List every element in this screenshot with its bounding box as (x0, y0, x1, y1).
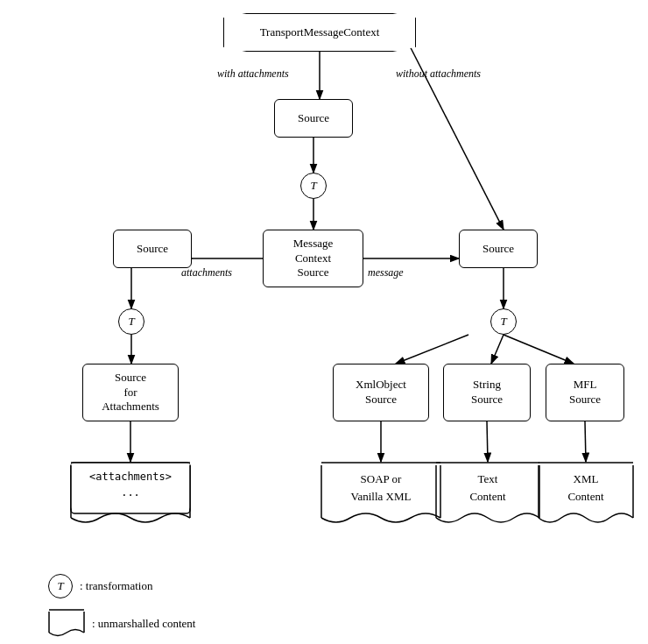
legend-transformation-label: : transformation (80, 579, 152, 593)
svg-line-1 (403, 32, 504, 230)
legend-transformation: T : transformation (48, 574, 152, 598)
node-xml-doc: XMLContent (538, 462, 634, 523)
node-t3: T (490, 308, 517, 335)
node-mcs: MessageContextSource (263, 230, 363, 287)
node-root: TransportMessageContext (223, 13, 416, 52)
legend-doc: : unmarshalled content (48, 609, 195, 639)
svg-line-11 (491, 335, 504, 364)
node-text-doc: TextContent (435, 462, 540, 523)
svg-line-10 (396, 335, 468, 364)
svg-line-14 (487, 421, 488, 462)
svg-line-15 (585, 421, 586, 462)
node-mflsrc: MFLSource (546, 364, 624, 421)
node-source-left: Source (113, 230, 192, 268)
legend-t-circle: T (48, 574, 73, 598)
label-attachments: attachments (181, 266, 232, 280)
legend-doc-shape (48, 609, 85, 639)
node-source-top: Source (274, 99, 353, 138)
node-t2: T (118, 308, 144, 335)
node-source-right: Source (459, 230, 538, 268)
node-stringsrc: StringSource (443, 364, 531, 421)
node-root-label: TransportMessageContext (260, 25, 380, 40)
diagram: TransportMessageContext Source T Message… (0, 0, 648, 644)
svg-line-12 (504, 335, 574, 364)
node-sfa: SourceforAttachments (82, 364, 179, 421)
node-t1: T (300, 173, 327, 199)
label-with-attachments: with attachments (217, 67, 289, 81)
label-message: message (368, 266, 404, 280)
node-xmlobj: XmlObjectSource (333, 364, 429, 421)
node-soap-doc: SOAP orVanilla XML (320, 462, 441, 523)
node-att-doc: <attachments>... (70, 462, 191, 523)
legend-doc-label: : unmarshalled content (92, 617, 195, 631)
diagram-svg (0, 0, 648, 644)
label-without-attachments: without attachments (396, 67, 481, 81)
